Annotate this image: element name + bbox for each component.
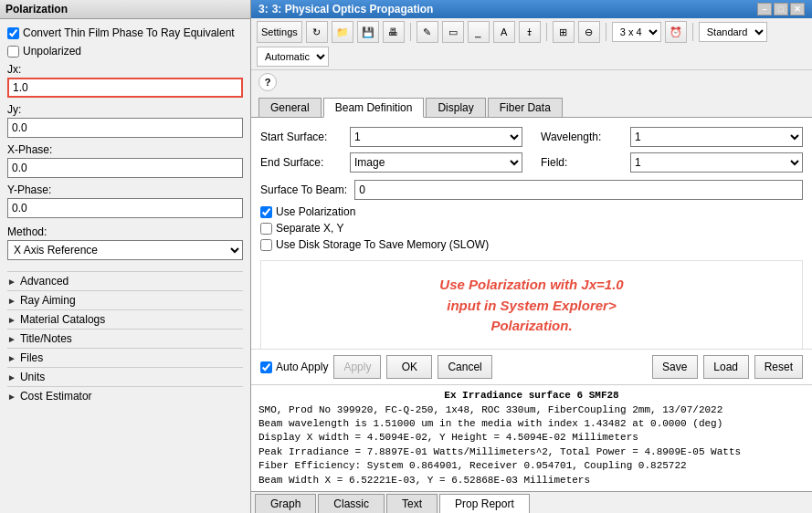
ray-aiming-section[interactable]: ► Ray Aiming <box>7 290 243 309</box>
use-disk-storage-row: Use Disk Storage To Save Memory (SLOW) <box>260 238 803 251</box>
rect-button[interactable]: ▭ <box>442 21 464 43</box>
title-notes-section[interactable]: ► Title/Notes <box>7 329 243 348</box>
output-line-6: Beam Width X = 6.52221E-03, Y = 6.52868E… <box>258 474 805 487</box>
field-select[interactable]: 1 <box>630 152 803 173</box>
bottom-buttons: Auto Apply Apply OK Cancel Save Load Res… <box>251 349 812 384</box>
pencil-button[interactable]: ✎ <box>417 21 438 43</box>
ray-aiming-arrow: ► <box>7 296 16 306</box>
overlay-button[interactable]: ⊖ <box>578 21 600 43</box>
xphase-label: X-Phase: <box>7 143 243 156</box>
bottom-tab-bar: Graph Classic Text Prop Report <box>251 491 812 513</box>
right-title-bar: 3: 3: Physical Optics Propagation – □ ✕ <box>251 0 812 18</box>
cost-estimator-label: Cost Estimator <box>20 390 92 403</box>
refresh-button[interactable]: ↻ <box>306 21 328 43</box>
method-select[interactable]: X Axis Reference <box>7 240 243 260</box>
yphase-input[interactable] <box>7 198 243 218</box>
separate-xy-checkbox[interactable] <box>260 223 272 235</box>
tab-general[interactable]: General <box>258 98 322 117</box>
use-polarization-checkbox[interactable] <box>260 206 272 218</box>
toolbar-sep-4 <box>692 23 693 41</box>
cursor-button[interactable]: ⤈ <box>519 21 541 43</box>
title-buttons: – □ ✕ <box>757 3 805 16</box>
jx-label: Jx: <box>7 63 243 76</box>
jy-input[interactable] <box>7 118 243 138</box>
material-catalogs-arrow: ► <box>7 315 16 325</box>
output-line-0: Ex Irradiance surface 6 SMF28 <box>258 389 805 403</box>
apply-button[interactable]: Apply <box>333 355 381 379</box>
advanced-label: Advanced <box>20 275 69 288</box>
tab-bar: General Beam Definition Display Fiber Da… <box>251 94 812 118</box>
separate-xy-row: Separate X, Y <box>260 222 803 235</box>
minimize-button[interactable]: – <box>757 3 772 16</box>
output-line-3: Display X width = 4.5094E-02, Y Height =… <box>258 431 805 445</box>
bottom-tab-graph[interactable]: Graph <box>255 494 316 513</box>
output-line-5: Fiber Efficiency: System 0.864901, Recei… <box>258 459 805 473</box>
units-section[interactable]: ► Units <box>7 367 243 386</box>
ok-button[interactable]: OK <box>386 355 432 379</box>
output-line-1: SMO, Prod No 399920, FC-Q-250, 1x48, ROC… <box>258 403 805 417</box>
unpolarized-checkbox[interactable] <box>7 46 19 58</box>
surface-to-beam-row: Surface To Beam: <box>260 180 803 200</box>
polarization-title: Polarization <box>5 3 68 16</box>
settings-button[interactable]: Settings <box>257 21 302 43</box>
size-dropdown[interactable]: 3 x 4 <box>612 22 661 42</box>
unpolarized-checkbox-row: Unpolarized <box>7 45 243 58</box>
open-button[interactable]: 📁 <box>332 21 353 43</box>
print-button[interactable]: 🖶 <box>383 21 405 43</box>
separate-xy-label: Separate X, Y <box>276 222 344 235</box>
automatic-dropdown[interactable]: Automatic <box>257 47 329 67</box>
surface-to-beam-input[interactable] <box>354 180 803 200</box>
advanced-section[interactable]: ► Advanced <box>7 271 243 290</box>
wavelength-label: Wavelength: <box>541 131 623 143</box>
use-polarization-label: Use Polarization <box>276 205 355 218</box>
output-area: Ex Irradiance surface 6 SMF28 SMO, Prod … <box>251 384 812 491</box>
maximize-button[interactable]: □ <box>774 3 788 16</box>
files-section[interactable]: ► Files <box>7 348 243 367</box>
tab-display[interactable]: Display <box>426 98 485 117</box>
use-disk-storage-checkbox[interactable] <box>260 239 272 251</box>
save-button[interactable]: Save <box>652 355 698 379</box>
bottom-tab-prop-report[interactable]: Prop Report <box>439 494 530 513</box>
toolbar: Settings ↻ 📁 💾 🖶 ✎ ▭ ⎯ A ⤈ ⊞ ⊖ 3 x 4 ⏰ S… <box>251 18 812 70</box>
surface-to-beam-label: Surface To Beam: <box>260 183 347 196</box>
message-text: Use Polarization with Jx=1.0input in Sys… <box>439 275 623 337</box>
units-arrow: ► <box>7 372 16 382</box>
grid-button[interactable]: ⊞ <box>553 21 575 43</box>
toolbar-sep-3 <box>606 23 606 41</box>
clock-button[interactable]: ⏰ <box>665 21 687 43</box>
settings-label: Settings <box>261 26 298 37</box>
toolbar-sep-2 <box>546 23 547 41</box>
text-tool-button[interactable]: A <box>493 21 515 43</box>
help-button[interactable]: ? <box>258 73 277 91</box>
close-button[interactable]: ✕ <box>790 3 805 16</box>
files-label: Files <box>20 351 43 364</box>
end-surface-label: End Surface: <box>260 156 343 169</box>
bottom-tab-text[interactable]: Text <box>386 494 438 513</box>
right-panel: 3: 3: Physical Optics Propagation – □ ✕ … <box>251 0 812 513</box>
material-catalogs-section[interactable]: ► Material Catalogs <box>7 309 243 329</box>
jx-input[interactable] <box>7 78 243 98</box>
standard-dropdown[interactable]: Standard <box>699 22 767 42</box>
tab-beam-definition[interactable]: Beam Definition <box>323 98 425 118</box>
auto-apply-checkbox[interactable] <box>260 361 272 373</box>
unpolarized-label: Unpolarized <box>23 45 81 58</box>
tab-fiber-data[interactable]: Fiber Data <box>488 98 563 117</box>
start-surface-label: Start Surface: <box>260 131 343 143</box>
save-toolbar-button[interactable]: 💾 <box>357 21 379 43</box>
reset-button[interactable]: Reset <box>754 355 803 379</box>
convert-checkbox[interactable] <box>7 27 19 39</box>
line-button[interactable]: ⎯ <box>468 21 490 43</box>
title-notes-arrow: ► <box>7 334 16 344</box>
end-surface-select[interactable]: Image <box>350 152 522 173</box>
start-surface-select[interactable]: 1 <box>350 127 522 147</box>
load-button[interactable]: Load <box>703 355 749 379</box>
xphase-input[interactable] <box>7 158 243 178</box>
bottom-tab-classic[interactable]: Classic <box>318 494 385 513</box>
wavelength-select[interactable]: 1 <box>630 127 803 147</box>
start-surface-row: Start Surface: 1 <box>260 127 522 147</box>
convert-label: Convert Thin Film Phase To Ray Equivalen… <box>23 26 235 39</box>
cost-estimator-section[interactable]: ► Cost Estimator <box>7 386 243 405</box>
files-arrow: ► <box>7 353 16 363</box>
right-title-left: 3: 3: Physical Optics Propagation <box>258 3 433 16</box>
cancel-button[interactable]: Cancel <box>438 355 491 379</box>
